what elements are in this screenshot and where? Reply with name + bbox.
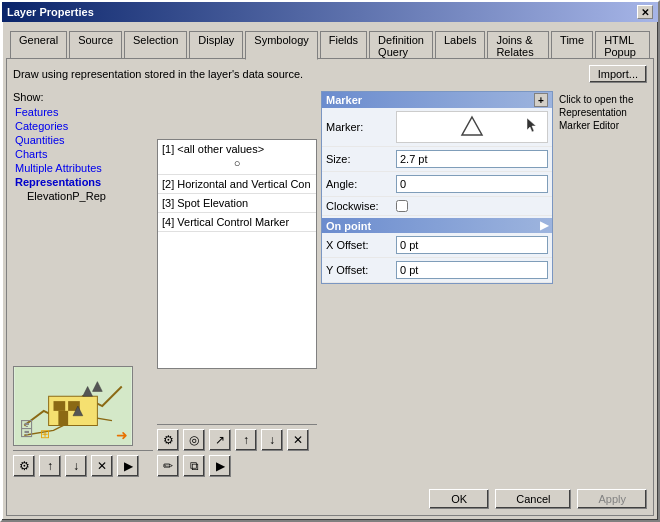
class-symbol-1: ○: [162, 157, 312, 169]
marker-panel-expand[interactable]: +: [534, 93, 548, 107]
settings2-button[interactable]: ⚙: [157, 429, 179, 451]
marker-panel-header: Marker +: [322, 92, 552, 108]
class-label-1: [1] <all other values>: [162, 143, 312, 155]
tab-fields[interactable]: Fields: [320, 31, 367, 60]
tab-time[interactable]: Time: [551, 31, 593, 60]
marker-symbol-row: Marker:: [322, 108, 552, 147]
tab-symbology[interactable]: Symbology: [245, 31, 317, 60]
show-item-features[interactable]: Features: [13, 105, 153, 119]
show-label: Show:: [13, 91, 153, 103]
close-button[interactable]: ✕: [637, 5, 653, 19]
expand-button[interactable]: ▶: [117, 455, 139, 477]
move-up2-button[interactable]: ↑: [235, 429, 257, 451]
apply-button[interactable]: Apply: [577, 489, 647, 509]
class-panel: [1] <all other values> ○ [2] Horizontal …: [157, 91, 317, 477]
tab-display[interactable]: Display: [189, 31, 243, 60]
class-item-4[interactable]: [4] Vertical Control Marker: [158, 213, 316, 232]
svg-marker-8: [462, 117, 482, 135]
tab-joins-relates[interactable]: Joins & Relates: [487, 31, 549, 60]
draw-description: Draw using representation stored in the …: [13, 66, 303, 82]
class-list: [1] <all other values> ○ [2] Horizontal …: [157, 139, 317, 369]
size-input[interactable]: [396, 150, 548, 168]
tab-source[interactable]: Source: [69, 31, 122, 60]
clockwise-row: Clockwise:: [322, 197, 552, 216]
y-offset-label: Y Offset:: [326, 264, 396, 276]
cancel-button[interactable]: Cancel: [495, 489, 571, 509]
titlebar: Layer Properties ✕: [2, 2, 658, 22]
tab-labels[interactable]: Labels: [435, 31, 485, 60]
y-offset-value-area: [396, 261, 548, 279]
class-item-2[interactable]: [2] Horizontal and Vertical Con: [158, 175, 316, 194]
y-offset-row: Y Offset:: [322, 258, 552, 283]
show-item-representations[interactable]: Representations: [13, 175, 153, 189]
on-point-arrow-icon[interactable]: ▶: [540, 219, 548, 232]
marker-panel-title: Marker: [326, 94, 362, 106]
y-offset-input[interactable]: [396, 261, 548, 279]
class-item-1[interactable]: [1] <all other values> ○: [158, 140, 316, 175]
show-panel: Show: Features Categories Quantities Cha…: [13, 91, 153, 477]
remove-button[interactable]: ✕: [91, 455, 113, 477]
target-button[interactable]: ◎: [183, 429, 205, 451]
draw-row: Draw using representation stored in the …: [13, 65, 647, 83]
size-value-area: [396, 150, 548, 168]
layer-properties-window: Layer Properties ✕ General Source Select…: [0, 0, 660, 522]
x-offset-input[interactable]: [396, 236, 548, 254]
play-button[interactable]: ▶: [209, 455, 231, 477]
remove2-button[interactable]: ✕: [287, 429, 309, 451]
angle-label: Angle:: [326, 178, 396, 190]
show-item-multiple[interactable]: Multiple Attributes: [13, 161, 153, 175]
marker-symbol-svg: [460, 115, 484, 139]
arrow-button[interactable]: ↗: [209, 429, 231, 451]
angle-row: Angle:: [322, 172, 552, 197]
tab-general[interactable]: General: [10, 31, 67, 60]
ok-button[interactable]: OK: [429, 489, 489, 509]
x-offset-value-area: [396, 236, 548, 254]
move-down-button[interactable]: ↓: [65, 455, 87, 477]
show-item-quantities[interactable]: Quantities: [13, 133, 153, 147]
x-offset-label: X Offset:: [326, 239, 396, 251]
clockwise-label: Clockwise:: [326, 200, 396, 212]
grid-icon: ⊞: [40, 427, 50, 441]
tab-content: Draw using representation stored in the …: [6, 58, 654, 516]
hint-text: Click to open the Representation Marker …: [557, 91, 647, 134]
db-icon: 🗄: [18, 420, 36, 441]
tabs-bar: General Source Selection Display Symbolo…: [6, 26, 654, 59]
show-item-categories[interactable]: Categories: [13, 119, 153, 133]
settings-button[interactable]: ⚙: [13, 455, 35, 477]
show-item-elevationrep[interactable]: ElevationP_Rep: [13, 189, 153, 203]
clockwise-checkbox[interactable]: [396, 200, 408, 212]
pencil-button[interactable]: ✏: [157, 455, 179, 477]
marker-symbol-area[interactable]: [396, 111, 548, 143]
class-item-3[interactable]: [3] Spot Elevation: [158, 194, 316, 213]
import-button[interactable]: Import...: [589, 65, 647, 83]
copy-button[interactable]: ⧉: [183, 455, 205, 477]
tab-html-popup[interactable]: HTML Popup: [595, 31, 650, 60]
right-toolbar: ⚙ ◎ ↗ ↑ ↓ ✕ ✏ ⧉ ▶: [157, 424, 317, 477]
footer: OK Cancel Apply: [13, 481, 647, 509]
svg-rect-4: [58, 411, 68, 426]
on-point-header: On point ▶: [322, 218, 552, 233]
show-list: Features Categories Quantities Charts Mu…: [13, 105, 153, 203]
class-label-4: [4] Vertical Control Marker: [162, 216, 312, 228]
marker-panel: Marker + Marker:: [321, 91, 553, 284]
marker-outer: Marker + Marker:: [321, 91, 647, 477]
tab-selection[interactable]: Selection: [124, 31, 187, 60]
show-item-charts[interactable]: Charts: [13, 147, 153, 161]
class-label-2: [2] Horizontal and Vertical Con: [162, 178, 312, 190]
class-list-header: [1] <all other values> ○ [2] Horizontal …: [157, 91, 317, 416]
size-label: Size:: [326, 153, 396, 165]
arrow-icon: ➜: [116, 427, 128, 443]
full-layout: General Source Selection Display Symbolo…: [2, 22, 658, 520]
angle-input[interactable]: [396, 175, 548, 193]
marker-label: Marker:: [326, 121, 396, 133]
tab-definition-query[interactable]: Definition Query: [369, 31, 433, 60]
size-row: Size:: [322, 147, 552, 172]
window-title: Layer Properties: [7, 6, 94, 18]
move-up-button[interactable]: ↑: [39, 455, 61, 477]
cursor-svg: [525, 116, 541, 136]
on-point-title: On point: [326, 220, 371, 232]
class-label-3: [3] Spot Elevation: [162, 197, 312, 209]
marker-value-area: [396, 111, 548, 143]
svg-rect-2: [54, 401, 66, 411]
move-down2-button[interactable]: ↓: [261, 429, 283, 451]
